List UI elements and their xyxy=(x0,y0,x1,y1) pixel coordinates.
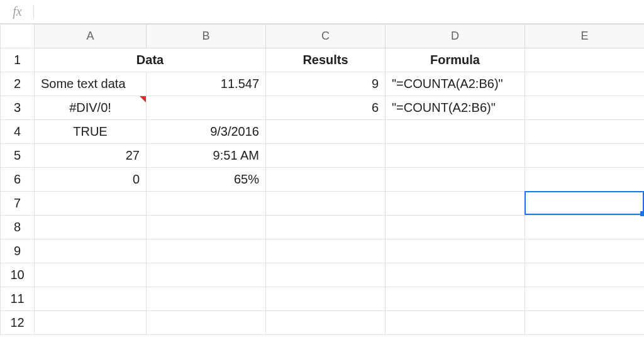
grid-area: A B C D E 1 Data Results Formula 2 Some … xyxy=(0,24,644,335)
cell-D9[interactable] xyxy=(386,239,525,263)
header-formula: Formula xyxy=(430,53,480,67)
row-header-8[interactable]: 8 xyxy=(1,216,35,239)
cell-E5[interactable] xyxy=(525,144,645,168)
cell-D7[interactable] xyxy=(386,192,525,216)
cell-A12[interactable] xyxy=(35,311,147,335)
cell-B10[interactable] xyxy=(147,263,266,287)
select-all-corner[interactable] xyxy=(1,25,35,48)
row-7: 7 xyxy=(1,192,645,216)
column-header-row: A B C D E xyxy=(1,25,645,48)
row-header-5[interactable]: 5 xyxy=(1,144,35,168)
col-header-A[interactable]: A xyxy=(35,25,147,48)
row-header-10[interactable]: 10 xyxy=(1,263,35,287)
row-header-9[interactable]: 9 xyxy=(1,239,35,263)
cell-B6[interactable]: 65% xyxy=(147,168,266,192)
cell-B9[interactable] xyxy=(147,239,266,263)
row-header-4[interactable]: 4 xyxy=(1,120,35,144)
col-header-D[interactable]: D xyxy=(386,25,525,48)
row-header-1[interactable]: 1 xyxy=(1,48,35,72)
cell-E12[interactable] xyxy=(525,311,645,335)
row-9: 9 xyxy=(1,239,645,263)
cell-D2[interactable]: "=COUNTA(A2:B6)" xyxy=(386,72,525,96)
spreadsheet-window: fx A B C D E 1 Data Results xyxy=(0,0,644,362)
row-header-6[interactable]: 6 xyxy=(1,168,35,192)
cell-A10[interactable] xyxy=(35,263,147,287)
cell-C12[interactable] xyxy=(266,311,386,335)
cell-E1[interactable] xyxy=(525,48,645,72)
row-header-7[interactable]: 7 xyxy=(1,192,35,216)
formula-input[interactable] xyxy=(34,0,644,23)
cell-A3[interactable]: #DIV/0! xyxy=(35,96,147,120)
col-header-B[interactable]: B xyxy=(147,25,266,48)
cell-B11[interactable] xyxy=(147,287,266,311)
col-header-E[interactable]: E xyxy=(525,25,645,48)
cell-A7[interactable] xyxy=(35,192,147,216)
cell-E4[interactable] xyxy=(525,120,645,144)
row-4: 4 TRUE 9/3/2016 xyxy=(1,120,645,144)
col-header-C[interactable]: C xyxy=(266,25,386,48)
cell-D10[interactable] xyxy=(386,263,525,287)
cell-C1[interactable]: Results xyxy=(266,48,386,72)
cell-B8[interactable] xyxy=(147,216,266,239)
cell-D4[interactable] xyxy=(386,120,525,144)
cell-B4[interactable]: 9/3/2016 xyxy=(147,120,266,144)
cell-C6[interactable] xyxy=(266,168,386,192)
row-10: 10 xyxy=(1,263,645,287)
cell-E7[interactable] xyxy=(525,192,645,216)
cell-B3[interactable] xyxy=(147,96,266,120)
cell-E8[interactable] xyxy=(525,216,645,239)
row-header-3[interactable]: 3 xyxy=(1,96,35,120)
row-header-2[interactable]: 2 xyxy=(1,72,35,96)
cell-C10[interactable] xyxy=(266,263,386,287)
row-5: 5 27 9:51 AM xyxy=(1,144,645,168)
cell-A2[interactable]: Some text data xyxy=(35,72,147,96)
header-results: Results xyxy=(303,53,348,67)
row-11: 11 xyxy=(1,287,645,311)
cell-E10[interactable] xyxy=(525,263,645,287)
fx-label: fx xyxy=(13,4,21,18)
cell-D1[interactable]: Formula xyxy=(386,48,525,72)
row-header-12[interactable]: 12 xyxy=(1,311,35,335)
row-8: 8 xyxy=(1,216,645,239)
cell-A1-B1-merged[interactable]: Data xyxy=(35,48,266,72)
cell-E2[interactable] xyxy=(525,72,645,96)
cell-E11[interactable] xyxy=(525,287,645,311)
row-header-11[interactable]: 11 xyxy=(1,287,35,311)
cell-D5[interactable] xyxy=(386,144,525,168)
header-data: Data xyxy=(136,53,164,67)
cell-A6[interactable]: 0 xyxy=(35,168,147,192)
cell-C2[interactable]: 9 xyxy=(266,72,386,96)
cell-D6[interactable] xyxy=(386,168,525,192)
cell-B12[interactable] xyxy=(147,311,266,335)
note-indicator-icon[interactable] xyxy=(140,96,146,102)
row-12: 12 xyxy=(1,311,645,335)
cell-C11[interactable] xyxy=(266,287,386,311)
row-2: 2 Some text data 11.547 9 "=COUNTA(A2:B6… xyxy=(1,72,645,96)
cell-C8[interactable] xyxy=(266,216,386,239)
cell-E6[interactable] xyxy=(525,168,645,192)
row-3: 3 #DIV/0! 6 "=COUNT(A2:B6)" xyxy=(1,96,645,120)
cell-D8[interactable] xyxy=(386,216,525,239)
cell-A11[interactable] xyxy=(35,287,147,311)
row-1: 1 Data Results Formula xyxy=(1,48,645,72)
cell-A5[interactable]: 27 xyxy=(35,144,147,168)
cell-D12[interactable] xyxy=(386,311,525,335)
cell-B2[interactable]: 11.547 xyxy=(147,72,266,96)
cell-A8[interactable] xyxy=(35,216,147,239)
cell-E3[interactable] xyxy=(525,96,645,120)
spreadsheet-grid[interactable]: A B C D E 1 Data Results Formula 2 Some … xyxy=(0,24,644,335)
cell-D3[interactable]: "=COUNT(A2:B6)" xyxy=(386,96,525,120)
cell-C9[interactable] xyxy=(266,239,386,263)
cell-A4[interactable]: TRUE xyxy=(35,120,147,144)
cell-B5[interactable]: 9:51 AM xyxy=(147,144,266,168)
cell-C3[interactable]: 6 xyxy=(266,96,386,120)
row-6: 6 0 65% xyxy=(1,168,645,192)
cell-A9[interactable] xyxy=(35,239,147,263)
cell-C4[interactable] xyxy=(266,120,386,144)
cell-D11[interactable] xyxy=(386,287,525,311)
cell-B7[interactable] xyxy=(147,192,266,216)
cell-C7[interactable] xyxy=(266,192,386,216)
formula-bar: fx xyxy=(0,0,644,24)
cell-E9[interactable] xyxy=(525,239,645,263)
cell-C5[interactable] xyxy=(266,144,386,168)
